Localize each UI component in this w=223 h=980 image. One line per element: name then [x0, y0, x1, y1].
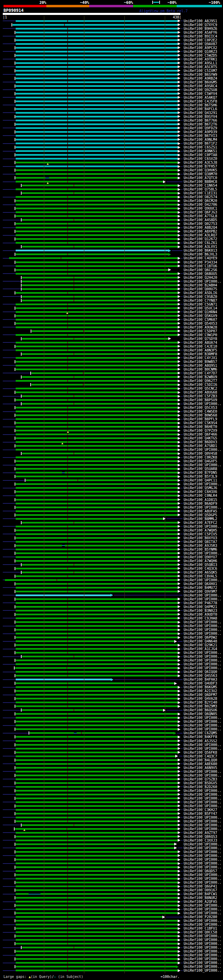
alignment-bar[interactable] [16, 954, 178, 956]
alignment-bar[interactable] [16, 487, 178, 489]
alignment-bar[interactable] [16, 874, 178, 876]
alignment-bar[interactable] [16, 43, 178, 45]
hit-label[interactable]: UniRef100_B8BHC8 [184, 180, 223, 183]
hit-label[interactable]: UniRef100_UPI000.. [184, 934, 223, 938]
alignment-bar[interactable] [16, 790, 178, 792]
hit-label[interactable]: UniRef100_Q5UAR8 [184, 467, 223, 471]
hit-label[interactable]: UniRef100_UPI000.. [184, 804, 223, 808]
hit-label[interactable]: UniRef100_Q7PZX9 [184, 429, 223, 433]
hit-label[interactable]: UniRef100_B4KFF8 [184, 735, 223, 739]
hit-label[interactable]: UniRef100_Q56FK8 [184, 751, 223, 754]
alignment-bar[interactable] [16, 445, 178, 447]
hit-label[interactable]: UniRef100_B2D260 [184, 785, 223, 789]
hit-label[interactable]: UniRef100_Q7SZB3 [184, 777, 223, 781]
alignment-bar[interactable] [16, 304, 178, 305]
alignment-bar[interactable] [16, 924, 178, 926]
alignment-bar[interactable] [16, 897, 178, 899]
alignment-bar[interactable] [16, 35, 178, 37]
alignment-bar[interactable] [22, 300, 178, 301]
hit-label[interactable]: UniRef100_A5JSS2 [184, 739, 223, 743]
hit-label[interactable]: UniRef100_UPI000.. [184, 950, 223, 953]
hit-label[interactable]: UniRef100_UPI000.. [184, 624, 223, 628]
alignment-bar[interactable] [16, 468, 178, 470]
hit-label[interactable]: UniRef100_A9UW28 [184, 325, 223, 329]
alignment-bar[interactable] [16, 430, 178, 431]
hit-label[interactable]: UniRef100_B7FH57 [184, 164, 223, 168]
alignment-bar[interactable] [16, 476, 178, 477]
alignment-bar[interactable] [16, 253, 168, 255]
alignment-bar[interactable] [16, 414, 178, 416]
hit-label[interactable]: UniRef100_Q5DGP5 [184, 513, 223, 517]
hit-label[interactable]: UniRef100_A9UDT0 [184, 612, 223, 616]
hit-label[interactable]: UniRef100_Q5UC14 [184, 306, 223, 310]
alignment-bar[interactable] [16, 568, 178, 570]
hit-label[interactable]: UniRef100_B6TVI3 [184, 134, 223, 138]
hit-label[interactable]: UniRef100_UPI000.. [184, 773, 223, 777]
hit-label[interactable]: UniRef100_C8VAL5 [184, 574, 223, 578]
alignment-bar[interactable] [22, 219, 178, 221]
hit-label[interactable]: UniRef100_A8E680 [184, 762, 223, 766]
hit-label[interactable]: UniRef100_B6JXL3 [184, 252, 223, 256]
hit-label[interactable]: UniRef100_C0PTA8 [184, 153, 223, 157]
hit-label[interactable]: UniRef100_Q4UDF3 [184, 681, 223, 685]
hit-label[interactable]: UniRef100_B6UGM5 [184, 80, 223, 84]
alignment-bar[interactable] [16, 610, 178, 611]
alignment-bar[interactable] [22, 277, 178, 278]
hit-label[interactable]: UniRef100_C9W1P0 [184, 333, 223, 337]
alignment-bar[interactable] [16, 62, 178, 64]
alignment-bar[interactable] [16, 273, 178, 275]
alignment-bar[interactable] [16, 659, 178, 661]
hit-label[interactable]: UniRef100_UPI000.. [184, 957, 223, 961]
hit-label[interactable]: UniRef100_B6T2T6 [184, 123, 223, 126]
hit-label[interactable]: UniRef100_UPI000.. [184, 854, 223, 858]
alignment-bar[interactable] [16, 797, 178, 799]
hit-label[interactable]: UniRef100_C5M607 [184, 318, 223, 321]
alignment-bar[interactable] [16, 361, 178, 363]
alignment-bar[interactable] [16, 962, 178, 964]
alignment-bar[interactable] [16, 123, 178, 125]
alignment-bar[interactable] [16, 334, 178, 336]
alignment-bar[interactable] [16, 345, 178, 347]
hit-label[interactable]: UniRef100_C4WSE0 [184, 409, 223, 414]
hit-label[interactable]: UniRef100_A9J5R3 [184, 544, 223, 547]
alignment-bar[interactable] [16, 763, 178, 765]
hit-label[interactable]: UniRef100_C3KH27 [184, 808, 223, 812]
alignment-bar[interactable] [16, 878, 178, 880]
alignment-bar[interactable] [16, 545, 178, 546]
alignment-bar[interactable] [16, 652, 178, 654]
hit-label[interactable]: UniRef100_C1EI31 [184, 191, 223, 195]
alignment-bar[interactable] [16, 234, 178, 236]
alignment-bar[interactable] [22, 280, 178, 282]
hit-label[interactable]: UniRef100_P46778 [184, 601, 223, 605]
alignment-bar[interactable] [22, 522, 178, 523]
hit-label[interactable]: UniRef100_UPI000.. [184, 873, 223, 877]
hit-label[interactable]: UniRef100_Q00U75 [184, 287, 223, 291]
hit-label[interactable]: UniRef100_UPI000.. [184, 942, 223, 946]
alignment-bar[interactable] [16, 713, 178, 715]
hit-label[interactable]: UniRef100_C6H3X6 [184, 490, 223, 494]
alignment-bar[interactable] [16, 269, 168, 271]
hit-label[interactable]: UniRef100_C4JE10 [184, 345, 223, 348]
alignment-bar[interactable] [16, 250, 168, 251]
alignment-bar[interactable] [16, 583, 178, 585]
alignment-bar[interactable] [16, 319, 178, 321]
alignment-bar[interactable] [16, 154, 178, 156]
hit-label[interactable]: UniRef100_B8NUR2 [184, 896, 223, 900]
alignment-bar[interactable] [16, 744, 178, 746]
alignment-bar[interactable] [16, 636, 178, 638]
alignment-bar[interactable] [16, 491, 178, 493]
alignment-bar[interactable] [16, 640, 174, 642]
hit-label[interactable]: UniRef100_A4S8D5 [184, 218, 223, 222]
hit-label[interactable]: UniRef100_A7QTC0 [184, 176, 223, 180]
hit-label[interactable]: UniRef100_Q6GP41 [184, 885, 223, 888]
alignment-bar[interactable] [22, 185, 178, 186]
alignment-bar[interactable] [16, 836, 178, 837]
alignment-bar[interactable] [16, 342, 178, 344]
alignment-bar[interactable] [16, 648, 178, 650]
alignment-bar[interactable] [16, 931, 178, 933]
hit-label[interactable]: UniRef100_A8B2Q4 [184, 226, 223, 229]
alignment-bar[interactable] [16, 928, 178, 929]
alignment-bar[interactable] [16, 629, 178, 631]
alignment-bar[interactable] [16, 78, 178, 79]
alignment-bar[interactable] [16, 794, 178, 795]
